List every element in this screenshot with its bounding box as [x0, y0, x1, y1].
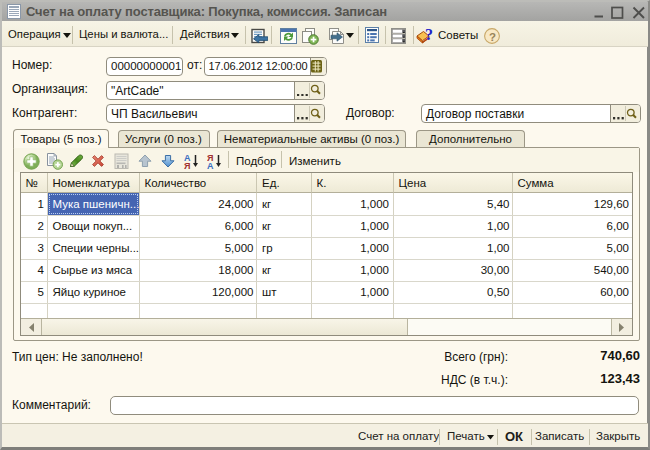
svg-text:Я: Я [184, 161, 190, 170]
svg-text:?: ? [489, 31, 496, 43]
svg-text:?: ? [425, 26, 433, 43]
svg-text:А: А [207, 161, 214, 170]
